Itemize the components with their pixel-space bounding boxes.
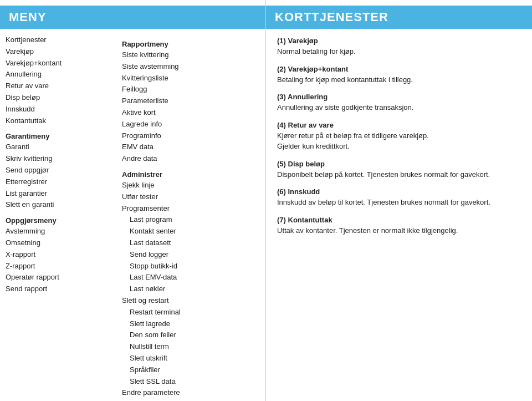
kort-section-6: (6) Innskudd Innskudd av beløp til korte…: [277, 187, 521, 208]
list-item: Last datasett: [122, 237, 260, 249]
list-item: List garantier: [6, 188, 111, 200]
list-item: Parameterliste: [122, 95, 260, 107]
kort-section-text: Disponibelt beløp på kortet. Tjenesten b…: [277, 169, 521, 180]
list-item: Programsenter: [122, 203, 260, 215]
list-item: Send rapport: [6, 283, 111, 295]
kort-section-title: (7) Kontantuttak: [277, 216, 521, 224]
col-right: Rapportmeny Siste kvittering Siste avste…: [116, 34, 260, 401]
list-item: Siste kvittering: [122, 49, 260, 61]
list-item: Korttjenester: [6, 34, 111, 46]
list-item: Innskudd: [6, 104, 111, 115]
list-item: Skriv kvittering: [6, 153, 111, 165]
kort-section-title: (3) Annullering: [277, 93, 521, 101]
list-item: EMV data: [122, 141, 260, 153]
kort-section-text: Uttak av kontanter. Tjenesten er normalt…: [277, 225, 521, 236]
list-item: Andre data: [122, 153, 260, 165]
kort-section-title: (5) Disp beløp: [277, 160, 521, 168]
list-item: Slett og restart: [122, 295, 260, 307]
list-item: Annullering: [6, 69, 111, 80]
kort-section-text: Normal betaling for kjøp.: [277, 46, 521, 57]
list-item: Kontakt senter: [122, 226, 260, 237]
list-item: Utfør tester: [122, 191, 260, 203]
left-panel: MENY Korttjenester Varekjøp Varekjøp+kon…: [0, 0, 266, 401]
kort-section-title: (1) Varekjøp: [277, 37, 521, 45]
list-item: Last program: [122, 214, 260, 226]
left-columns: Korttjenester Varekjøp Varekjøp+kontant …: [0, 34, 265, 401]
list-item: Lagrede info: [122, 119, 260, 130]
right-content: (1) Varekjøp Normal betaling for kjøp. (…: [266, 37, 532, 236]
kort-section-title: (2) Varekjøp+kontant: [277, 65, 521, 73]
kort-section-title: (4) Retur av vare: [277, 121, 521, 129]
kort-section-3: (3) Annullering Annullering av siste god…: [277, 93, 521, 113]
list-item: Send oppgjør: [6, 165, 111, 176]
list-item: Operatør rapport: [6, 272, 111, 283]
list-item: Send logger: [122, 249, 260, 261]
menu-section-rapportmeny: Rapportmeny: [122, 40, 260, 48]
right-panel: KORTTJENESTER (1) Varekjøp Normal betali…: [266, 0, 532, 401]
list-item: Slett lagrede: [122, 318, 260, 330]
list-item: X-rapport: [6, 249, 111, 261]
page-container: MENY Korttjenester Varekjøp Varekjøp+kon…: [0, 0, 532, 401]
list-item: Disp beløp: [6, 92, 111, 104]
list-item: Den som feiler: [122, 329, 260, 341]
kort-section-2: (2) Varekjøp+kontant Betaling for kjøp m…: [277, 65, 521, 85]
list-item: Z-rapport: [6, 261, 111, 272]
list-item: Last nøkler: [122, 283, 260, 295]
kort-section-text: Annullering av siste godkjente transaksj…: [277, 102, 521, 113]
list-item: Slett utskrift: [122, 353, 260, 364]
list-item: Siste avstemming: [122, 61, 260, 73]
list-item: Varekjøp: [6, 46, 111, 58]
list-item: Sjekk linje: [122, 180, 260, 191]
menu-section-oppgjorsmeny: Oppgjørsmeny: [6, 216, 111, 225]
kort-section-4: (4) Retur av vare Kjører retur på et bel…: [277, 121, 521, 152]
list-item: Varekjøp+kontant: [6, 58, 111, 69]
list-item: Aktive kort: [122, 107, 260, 119]
list-item: Omsetning: [6, 237, 111, 249]
kort-section-7: (7) Kontantuttak Uttak av kontanter. Tje…: [277, 216, 521, 236]
menu-section-administrer: Administrer: [122, 170, 260, 179]
list-item: Slett en garanti: [6, 199, 111, 211]
list-item: Kvitteringsliste: [122, 73, 260, 84]
kort-section-5: (5) Disp beløp Disponibelt beløp på kort…: [277, 160, 521, 180]
col-left: Korttjenester Varekjøp Varekjøp+kontant …: [6, 34, 116, 401]
list-item: Garanti: [6, 141, 111, 153]
kort-section-1: (1) Varekjøp Normal betaling for kjøp.: [277, 37, 521, 57]
main-content: MENY Korttjenester Varekjøp Varekjøp+kon…: [0, 0, 532, 401]
list-item: Språkfiler: [122, 364, 260, 376]
list-item: Feillogg: [122, 84, 260, 95]
kort-section-text: Kjører retur på et beløp fra et tidliger…: [277, 130, 521, 152]
restart-terminal-item: Restart terminal: [122, 307, 260, 318]
menu-section-garantimeny: Garantimeny: [6, 132, 111, 140]
left-header: MENY: [0, 6, 265, 29]
list-item: Avstemming: [6, 226, 111, 237]
list-item: Slett SSL data: [122, 376, 260, 388]
list-item: Aktiver TAXI: [122, 399, 260, 401]
list-item: Etterregistrer: [6, 176, 111, 188]
list-item: Kontantuttak: [6, 115, 111, 127]
list-item: Last EMV-data: [122, 272, 260, 283]
kort-section-text: Betaling for kjøp med kontantuttak i til…: [277, 74, 521, 85]
kort-section-text: Innskudd av beløp til kortet. Tjenesten …: [277, 197, 521, 208]
kort-section-title: (6) Innskudd: [277, 187, 521, 196]
list-item: Endre parametere: [122, 387, 260, 399]
right-header: KORTTJENESTER: [266, 6, 532, 29]
list-item: Stopp butikk-id: [122, 261, 260, 272]
list-item: Programinfo: [122, 130, 260, 142]
list-item: Nullstill term: [122, 341, 260, 353]
list-item: Retur av vare: [6, 80, 111, 92]
